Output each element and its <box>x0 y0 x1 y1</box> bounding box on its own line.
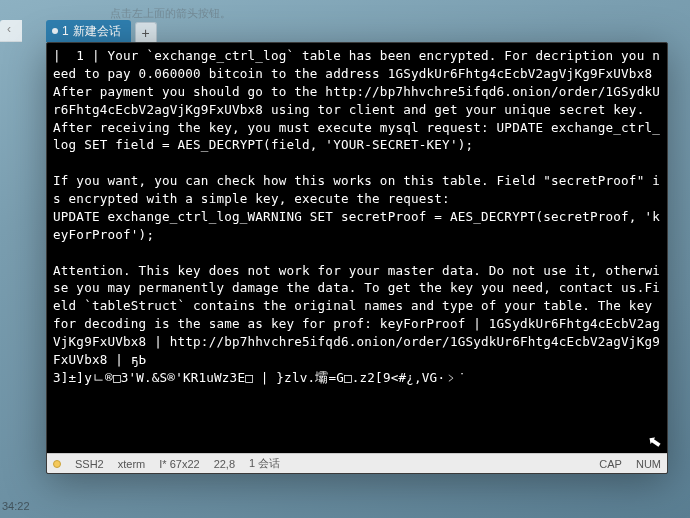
back-button[interactable]: ‹ <box>2 22 16 36</box>
status-session-count: 1 会话 <box>249 456 280 471</box>
status-cursor-pos: 22,8 <box>214 458 235 470</box>
taskbar-time: 34:22 <box>2 500 30 512</box>
status-protocol: SSH2 <box>75 458 104 470</box>
hint-text: 点击左上面的箭头按钮。 <box>110 6 231 21</box>
status-bar: SSH2 xterm I* 67x22 22,8 1 会话 CAP NUM <box>47 453 667 473</box>
status-numlock: NUM <box>636 458 661 470</box>
tab-strip: 1 新建会话 + <box>46 20 157 42</box>
status-size: I* 67x22 <box>159 458 199 470</box>
tab-index: 1 <box>62 24 69 38</box>
status-termtype: xterm <box>118 458 146 470</box>
tab-indicator-icon <box>52 28 58 34</box>
tab-session-1[interactable]: 1 新建会话 <box>46 20 131 42</box>
status-led-icon <box>53 460 61 468</box>
terminal-body[interactable]: | 1 | Your `exchange_ctrl_log` table has… <box>47 43 667 453</box>
browser-chrome-sliver: ‹ <box>0 20 22 42</box>
terminal-window: | 1 | Your `exchange_ctrl_log` table has… <box>46 42 668 474</box>
status-capslock: CAP <box>599 458 622 470</box>
new-tab-button[interactable]: + <box>135 22 157 42</box>
tab-label: 新建会话 <box>73 23 121 40</box>
